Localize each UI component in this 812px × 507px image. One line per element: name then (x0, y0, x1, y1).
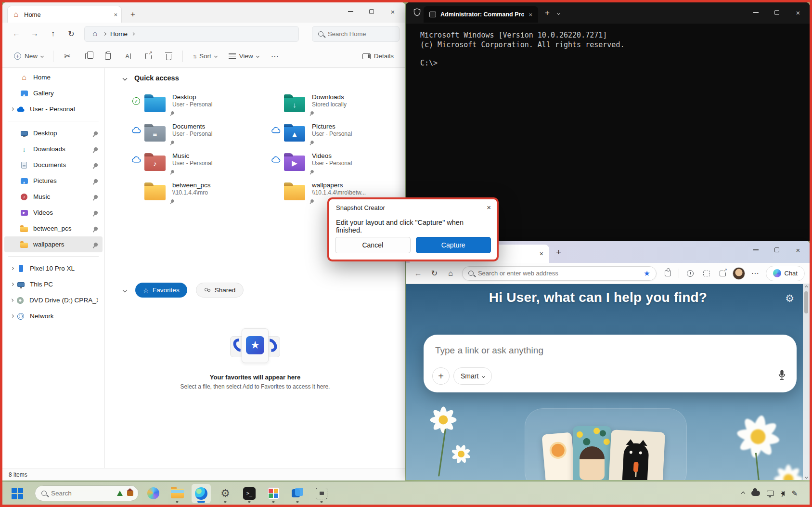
rename-button[interactable]: A (119, 48, 137, 65)
sidebar-item-this-pc[interactable]: This PC (4, 276, 103, 292)
sidebar-item-onedrive[interactable]: User - Personal (4, 101, 103, 117)
display-tray-icon[interactable] (767, 491, 774, 496)
breadcrumb[interactable]: ⌂ Home (84, 26, 299, 42)
share-button[interactable] (715, 266, 731, 281)
taskbar-blue-app-button[interactable] (288, 484, 307, 503)
history-button[interactable] (683, 266, 698, 281)
ntp-search-input[interactable] (435, 345, 724, 356)
sidebar-item-downloads[interactable]: ↓Downloads (4, 141, 103, 157)
profile-button[interactable] (731, 266, 747, 281)
breadcrumb-root[interactable]: Home (110, 30, 128, 38)
minimize-button[interactable] (340, 4, 361, 19)
quick-access-item-pictures[interactable]: ▲ PicturesUser - Personal (270, 121, 405, 150)
home-icon[interactable]: ⌂ (443, 266, 458, 281)
browser-scrollbar[interactable] (803, 284, 810, 480)
maximize-button[interactable] (766, 5, 787, 20)
quick-access-item-desktop[interactable]: ✓ DesktopUser - Personal (130, 91, 270, 121)
minimize-button[interactable] (745, 243, 766, 257)
terminal-tab[interactable]: Administrator: Command Pro × (424, 6, 538, 23)
maximize-button[interactable] (361, 4, 382, 19)
explorer-new-tab-button[interactable]: + (127, 8, 139, 21)
sidebar-item-pixel-phone[interactable]: Pixel 10 Pro XL (4, 260, 103, 276)
delete-button[interactable] (159, 48, 178, 65)
refresh-icon[interactable]: ↻ (427, 266, 442, 281)
favorites-star-icon[interactable]: ★ (644, 269, 650, 278)
scroll-up-icon[interactable] (804, 286, 808, 289)
close-tab-icon[interactable]: × (540, 250, 543, 258)
taskbar-file-explorer-button[interactable] (168, 484, 187, 503)
sidebar-item-music[interactable]: ♪Music (4, 189, 103, 205)
close-button[interactable]: × (787, 5, 809, 20)
close-button[interactable]: × (787, 243, 809, 257)
terminal-output[interactable]: Microsoft Windows [Version 10.0.26220.72… (406, 24, 810, 68)
forward-icon[interactable]: → (26, 26, 43, 41)
copilot-chat-button[interactable]: Chat (766, 266, 805, 281)
maximize-button[interactable] (766, 243, 787, 257)
quick-access-item-between-pcs[interactable]: between_pcs\\10.1.4.4\mro (130, 180, 270, 209)
browser-address-bar[interactable]: ★ (462, 266, 657, 281)
explorer-search-box[interactable] (312, 26, 400, 42)
chevron-right-icon[interactable] (11, 299, 13, 301)
sidebar-item-videos[interactable]: ▶Videos (4, 205, 103, 221)
quick-access-item-music[interactable]: ♪ MusicUser - Personal (130, 150, 270, 180)
close-icon[interactable]: × (487, 203, 491, 211)
sidebar-item-between-pcs[interactable]: between_pcs (4, 221, 103, 236)
taskbar-search-box[interactable] (35, 485, 139, 501)
taskbar-photos-button[interactable] (264, 484, 283, 503)
quick-access-item-videos[interactable]: ▶ VideosUser - Personal (270, 150, 405, 180)
sidebar-item-home[interactable]: ⌂Home (4, 69, 103, 85)
onedrive-tray-icon[interactable] (751, 491, 760, 496)
smart-mode-dropdown[interactable]: Smart (453, 367, 492, 385)
weather-art-tile[interactable] (541, 432, 576, 480)
cancel-button[interactable]: Cancel (335, 237, 411, 253)
quick-access-header[interactable]: Quick access (123, 74, 179, 82)
chevron-right-icon[interactable] (11, 283, 14, 286)
taskbar-edge-button[interactable] (192, 484, 211, 503)
sidebar-item-pictures[interactable]: ▲Pictures (4, 173, 103, 189)
extensions-button[interactable] (660, 266, 676, 281)
taskbar-snipping-tool-button[interactable] (312, 484, 331, 503)
portrait-art-tile[interactable] (573, 426, 611, 480)
volume-icon[interactable] (781, 491, 785, 496)
chevron-right-icon[interactable] (11, 107, 14, 111)
terminal-dropdown-icon[interactable] (557, 11, 560, 14)
pen-icon[interactable]: ✎ (791, 489, 798, 498)
chevron-down-icon[interactable] (123, 288, 128, 293)
close-button[interactable]: × (382, 4, 403, 19)
chevron-right-icon[interactable] (11, 314, 14, 318)
close-tab-icon[interactable]: × (528, 11, 532, 18)
close-tab-icon[interactable]: × (114, 11, 117, 18)
taskbar-terminal-button[interactable]: >_ (240, 484, 259, 503)
more-options-button[interactable]: ⋯ (266, 48, 284, 65)
chevron-down-icon[interactable] (123, 76, 128, 80)
address-input[interactable] (478, 270, 639, 277)
scrollbar-thumb[interactable] (804, 291, 808, 313)
details-button[interactable]: Details (358, 49, 399, 63)
minimize-button[interactable] (745, 5, 766, 20)
scroll-down-icon[interactable] (804, 475, 808, 479)
share-button[interactable] (139, 48, 157, 65)
copy-button[interactable] (78, 48, 97, 65)
browser-more-button[interactable]: ⋯ (748, 266, 763, 281)
view-button[interactable]: View (224, 49, 264, 63)
terminal-prompt[interactable]: C:\> (420, 58, 810, 68)
cut-button[interactable]: ✂ (58, 48, 77, 65)
settings-gear-icon[interactable]: ⚙ (785, 293, 794, 304)
sidebar-item-network[interactable]: Network (4, 308, 103, 324)
chevron-right-icon[interactable] (11, 267, 14, 270)
explorer-tab-home[interactable]: ⌂ Home × (7, 6, 122, 23)
new-button[interactable]: + New (9, 49, 48, 63)
explorer-search-input[interactable] (328, 30, 386, 38)
start-button[interactable] (8, 484, 27, 503)
paste-button[interactable] (99, 48, 117, 65)
hidden-icons-chevron[interactable] (741, 491, 745, 495)
cat-art-tile[interactable] (608, 429, 665, 480)
sidebar-item-documents[interactable]: Documents (4, 157, 103, 173)
browser-new-tab-button[interactable]: + (556, 247, 561, 258)
quick-access-item-downloads[interactable]: ↓ DownloadsStored locally (270, 91, 405, 121)
sidebar-item-dvd-drive[interactable]: DVD Drive (D:) CPRA_X64FRE_ (4, 292, 103, 308)
sidebar-item-wallpapers[interactable]: wallpapers (4, 236, 103, 252)
sort-button[interactable]: ↑↓ Sort (188, 49, 222, 63)
new-terminal-tab-button[interactable]: + (545, 8, 550, 18)
back-icon[interactable]: ← (8, 26, 25, 41)
